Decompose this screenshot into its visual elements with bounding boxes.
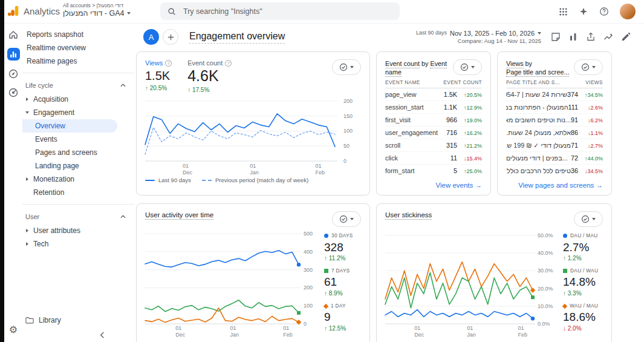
sidebar-item-landing-page[interactable]: Landing page: [22, 159, 134, 173]
table-row[interactable]: user_engagement716↑16.2%: [385, 127, 482, 139]
user-activity-line-chart[interactable]: [145, 232, 301, 324]
table-row[interactable]: מנעולן דודי ✓ ₪ 199 ש...71↓2.7%: [506, 139, 603, 152]
caret-down-icon: [471, 66, 475, 68]
section-user[interactable]: User: [22, 209, 134, 224]
sidebar-item-reports-snapshot[interactable]: Reports snapshot: [22, 28, 134, 41]
table-row[interactable]: ...נות וטיפים חשובים מאוד91↓6.2%: [506, 114, 603, 127]
sidebar-item-events[interactable]: Events: [22, 133, 134, 146]
caret-down-icon: [350, 218, 354, 220]
home-icon[interactable]: [8, 29, 19, 40]
notes-icon[interactable]: [551, 32, 561, 42]
sidebar-item-retention[interactable]: Retention: [22, 186, 134, 199]
metric-link[interactable]: Views: [506, 60, 524, 68]
property-selector[interactable]: דודי המנעולן - GA4: [63, 9, 131, 18]
legend-previous: Previous period (match day of week): [202, 177, 308, 183]
search-input[interactable]: [182, 7, 392, 16]
metric-delta: ↑ 17.5%: [187, 87, 232, 93]
table-row[interactable]: המנעולן - הפתרונות במקום אחד...111↓2.6%: [506, 101, 603, 114]
collapse-sidebar-button[interactable]: [22, 327, 134, 342]
solid-line-swatch: [145, 180, 155, 181]
view-pages-link[interactable]: View pages and screens →: [518, 182, 603, 189]
sidebar-item-engagement[interactable]: Engagement: [22, 106, 134, 119]
legend-item: 7 DAYS61↑ 8.9%: [324, 268, 353, 297]
sidebar-item-user-attributes[interactable]: User attributes: [22, 224, 134, 237]
date-range-picker[interactable]: Last 90 days Nov 13, 2025 - Feb 10, 2026…: [416, 29, 541, 45]
topbar: Analytics All accounts > דודי המנעולן דו…: [4, 0, 644, 24]
table-row[interactable]: שירות 24 שעות | 054-7...374↑34.5%: [506, 88, 603, 101]
x-axis: 01Dec01Jan01Feb: [145, 163, 337, 175]
breadcrumb: All accounts > דודי המנעולן: [63, 2, 131, 8]
y-axis: 0.0%10.0%20.0%30.0%40.0%50.0%: [535, 232, 561, 324]
metric-tab-views[interactable]: Views 1.5K ↑ 20.5%: [145, 59, 172, 91]
advertising-icon[interactable]: [8, 87, 19, 98]
axis-tick-label: 0: [304, 321, 307, 327]
x-axis: 01Dec01Jan01Feb: [385, 325, 535, 336]
metric-tab-event-count[interactable]: Event count 4.6K ↑ 17.5%: [187, 59, 232, 93]
table-row[interactable]: form_start5↑25.0%: [385, 165, 482, 177]
edit-icon[interactable]: [621, 32, 631, 42]
axis-tick-label: 50: [343, 143, 350, 149]
events-table-body: page_view1.5K↑20.5%session_start1.1K↑12.…: [385, 88, 482, 177]
table-row[interactable]: scroll315↑21.2%: [385, 139, 482, 152]
dimension-link[interactable]: Page title and scree...: [506, 68, 569, 77]
view-events-link[interactable]: View events →: [436, 182, 483, 189]
insights-button[interactable]: [332, 59, 361, 75]
window-edge: [0, 0, 4, 342]
compare-reports-icon[interactable]: [568, 32, 578, 42]
sidebar-item-library[interactable]: Library: [22, 313, 134, 327]
axis-tick-label: 01Feb: [283, 325, 293, 338]
table-row[interactable]: session_start1.1K↑12.9%: [385, 101, 482, 114]
y-axis: 0100200300400500: [301, 232, 322, 324]
table-row[interactable]: אלתא, מנעולן 24 שעות...86↓1.1%: [506, 127, 603, 139]
table-row[interactable]: first_visit966↑19.0%: [385, 114, 482, 127]
help-icon[interactable]: [599, 7, 609, 16]
settings-gear-icon[interactable]: ⚙: [9, 325, 18, 335]
sidebar-item-acquisition[interactable]: Acquisition: [22, 93, 134, 106]
insights-button[interactable]: [574, 59, 603, 75]
analytics-logo-icon: [7, 4, 20, 18]
views-event-count-card: Views 1.5K ↑ 20.5% Event count 4.6K ↑ 17…: [136, 51, 370, 196]
user-activity-card: User activity over time 01Dec01Jan01Feb …: [136, 203, 370, 342]
chevron-up-icon: [120, 84, 126, 87]
chevron-right-icon: [25, 97, 30, 101]
insights-button[interactable]: [574, 211, 603, 227]
user-avatar[interactable]: [620, 4, 636, 19]
sidebar-item-pages-and-screens[interactable]: Pages and screens: [22, 146, 134, 159]
table-row[interactable]: click11↓15.4%: [385, 152, 482, 165]
ai-sparkle-icon[interactable]: [579, 7, 588, 16]
table-row[interactable]: ...בפנים | דודי מנעולים72↑44.0%: [506, 152, 603, 165]
axis-tick-label: 30.0%: [538, 268, 553, 274]
diamond-swatch-icon: [324, 303, 328, 308]
reports-icon[interactable]: [7, 48, 20, 61]
search-icon: [168, 7, 176, 16]
table-row[interactable]: טיפים לכל הרכבים כולל...36↓34.5%: [506, 165, 603, 177]
section-life-cycle[interactable]: Life cycle: [22, 78, 134, 93]
sidebar-item-realtime-pages[interactable]: Realtime pages: [22, 54, 134, 68]
insights-button[interactable]: [332, 211, 361, 227]
sidebar-item-realtime-overview[interactable]: Realtime overview: [22, 41, 134, 54]
insights-icon[interactable]: [603, 32, 613, 42]
caret-down-icon: [350, 66, 354, 68]
apps-grid-icon[interactable]: [559, 7, 568, 16]
add-comparison-button[interactable]: [163, 29, 178, 45]
circled-check-icon: [460, 63, 469, 71]
explore-icon[interactable]: [8, 68, 19, 79]
audience-chip[interactable]: A: [143, 29, 159, 45]
share-icon[interactable]: [586, 32, 596, 42]
analytics-home-link[interactable]: Analytics: [7, 4, 60, 18]
sidebar-item-monetization[interactable]: Monetization: [22, 173, 134, 186]
axis-tick-label: 01Jan: [467, 325, 476, 338]
sidebar-item-tech[interactable]: Tech: [22, 237, 134, 251]
card-title: Views by Page title and scree...: [506, 59, 574, 76]
user-stickiness-card: User stickiness 01Dec01Jan01Feb 0.0%10.0…: [376, 203, 612, 342]
insights-button[interactable]: [453, 59, 482, 75]
search-bar[interactable]: [160, 2, 400, 20]
stickiness-line-chart[interactable]: [385, 232, 535, 324]
axis-tick-label: 01Dec: [414, 325, 424, 338]
sidebar-item-overview[interactable]: Overview: [22, 119, 117, 133]
table-row[interactable]: page_view1.5K↑20.5%: [385, 88, 482, 101]
table-header: PAGE TITLE AND S...VIEWS: [506, 79, 603, 88]
metric-value: 1.5K: [145, 69, 172, 83]
views-line-chart[interactable]: [145, 98, 337, 161]
metric-link[interactable]: Event count: [385, 60, 420, 68]
